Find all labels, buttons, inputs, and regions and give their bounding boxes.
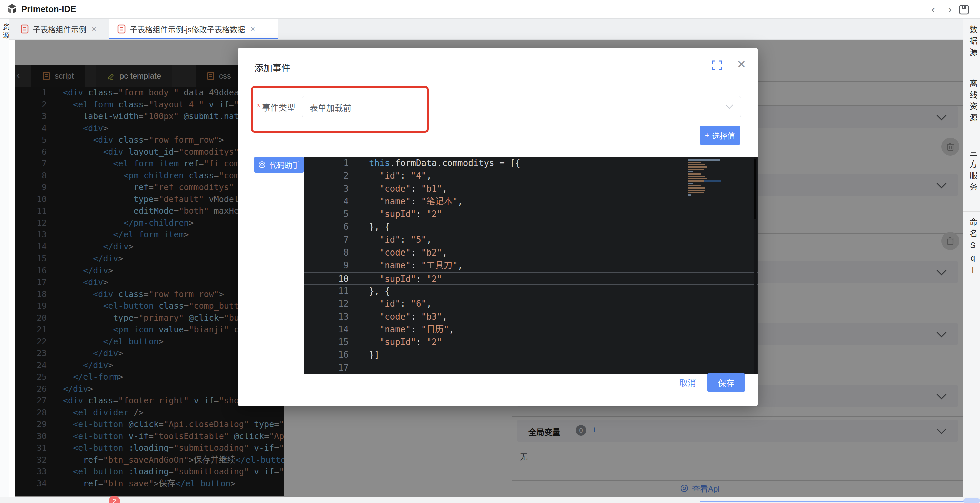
code-line: 12 "id": "6",: [304, 297, 758, 310]
scrollbar-thumb[interactable]: [754, 159, 756, 219]
minimap-line: [688, 176, 721, 177]
required-mark: *: [257, 102, 260, 112]
minimap-line: [688, 173, 721, 175]
minimap-line: [688, 185, 721, 186]
tab-subtable-js-edit[interactable]: 子表格组件示例-js修改子表格数据 ×: [109, 19, 278, 40]
rail-item-third-party-services[interactable]: 三方服务: [967, 149, 978, 194]
minimap[interactable]: [688, 159, 721, 199]
minimap-line: [688, 169, 721, 170]
chevron-down-icon: [725, 102, 733, 109]
minimap-line: [688, 162, 721, 163]
code-assistant-button[interactable]: 代码助手: [255, 157, 304, 173]
minimap-line: [688, 190, 721, 191]
code-line: 13 "code": "b3",: [304, 310, 758, 323]
close-tab-icon[interactable]: ×: [92, 24, 97, 34]
code-line: 11}, {: [304, 284, 758, 297]
code-line: 16}]: [304, 348, 758, 361]
code-line: 17: [304, 361, 758, 374]
divider: [963, 211, 980, 212]
primeton-ide-window: Primeton-IDE ‹ › 资源 子表格组件示例 ×: [0, 0, 980, 503]
minimap-line: [688, 194, 721, 196]
document-icon: [118, 24, 126, 34]
code-assistant-label: 代码助手: [269, 159, 300, 170]
minimap-line: [688, 178, 721, 179]
close-icon[interactable]: ✕: [737, 58, 746, 71]
indent-guide: [367, 170, 368, 363]
dialog-title: 添加事件: [255, 61, 290, 74]
fullscreen-icon[interactable]: [712, 60, 722, 70]
minimap-line: [688, 167, 721, 168]
app-logo-icon: [6, 3, 18, 15]
code-line: 7 "id": "5",: [304, 233, 758, 246]
left-rail: 资源: [0, 19, 10, 503]
code-line: 15 "supId": "2": [304, 336, 758, 348]
code-line: 8 "code": "b2",: [304, 246, 758, 259]
tab-label: 子表格组件示例: [33, 23, 86, 35]
nav-forward-icon[interactable]: ›: [948, 3, 951, 16]
rail-item-named-sql[interactable]: 命名Sql: [967, 218, 978, 278]
document-icon: [21, 24, 29, 34]
nav-back-icon[interactable]: ‹: [931, 3, 935, 16]
divider: [963, 142, 980, 143]
save-icon[interactable]: [959, 4, 969, 15]
minimap-line: [688, 183, 721, 184]
right-rail: 数据源 离线资源 三方服务 命名Sql: [963, 19, 980, 503]
minimap-line: [688, 197, 721, 198]
code-assistant-icon: [258, 161, 266, 169]
minimap-line: [688, 181, 721, 182]
code-line: 10 "supId": "2": [304, 272, 758, 284]
document-tab-row: 子表格组件示例 × 子表格组件示例-js修改子表格数据 ×: [9, 19, 963, 40]
minimap-line: [688, 159, 721, 161]
event-type-select[interactable]: 表单加载前: [302, 96, 741, 117]
code-line: 5 "supId": "2": [304, 208, 758, 221]
vertical-scrollbar[interactable]: [754, 157, 757, 374]
code-line: 6}, {: [304, 221, 758, 233]
scrollbar-corner: [963, 498, 980, 503]
minimap-line: [688, 187, 721, 189]
cancel-button[interactable]: 取消: [679, 376, 696, 388]
divider: [963, 73, 980, 73]
tab-subtable-example[interactable]: 子表格组件示例 ×: [12, 19, 118, 40]
event-type-value: 表单加载前: [310, 102, 352, 113]
save-label: 保存: [718, 376, 734, 389]
add-event-dialog: 添加事件 ✕ * 事件类型 表单加载前 + 选择值 代码助手 1this.for…: [238, 48, 758, 406]
minimap-line: [688, 192, 721, 194]
tab-label: 子表格组件示例-js修改子表格数据: [129, 23, 245, 35]
event-type-label: 事件类型: [262, 101, 295, 113]
code-line: 9 "name": "工具刀",: [304, 259, 758, 271]
close-tab-icon[interactable]: ×: [250, 24, 255, 34]
rail-item-datasource[interactable]: 数据源: [967, 25, 978, 59]
plus-icon: +: [705, 131, 709, 140]
minimap-line: [688, 164, 721, 165]
choose-value-button[interactable]: + 选择值: [700, 126, 740, 145]
minimap-line: [688, 171, 721, 173]
code-line: 14 "name": "日历",: [304, 323, 758, 336]
save-button[interactable]: 保存: [707, 373, 745, 392]
app-title: Primeton-IDE: [21, 4, 76, 14]
top-bar: Primeton-IDE ‹ ›: [0, 0, 980, 19]
rail-item-offline-resources[interactable]: 离线资源: [967, 79, 978, 125]
choose-value-label: 选择值: [712, 130, 735, 141]
horizontal-scrollbar[interactable]: [700, 501, 978, 502]
